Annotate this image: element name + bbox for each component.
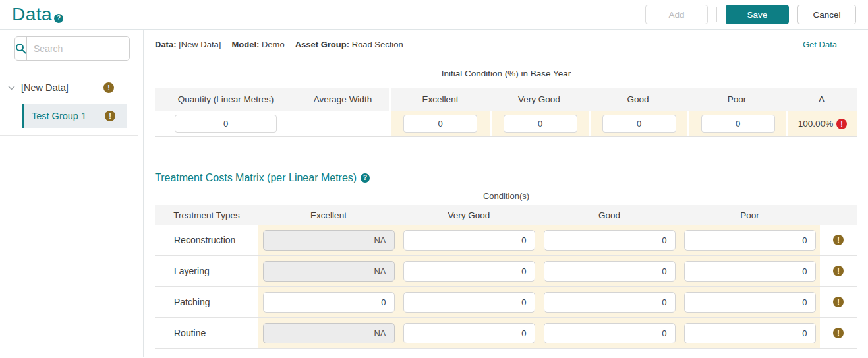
treatment-type-label: Routine — [155, 318, 258, 348]
very-good-input[interactable] — [403, 261, 535, 282]
very-good-cell — [490, 111, 589, 136]
very-good-cell — [399, 318, 539, 348]
initial-condition-table: Quantity (Linear Metres) Average Width E… — [155, 88, 857, 137]
table-row: Layering — [155, 256, 857, 287]
column-header-excellent: Excellent — [258, 205, 399, 225]
warning-icon: ! — [103, 82, 114, 93]
poor-cell — [680, 256, 820, 286]
toolbar: Add Save Cancel — [645, 5, 856, 24]
help-icon[interactable]: ? — [54, 14, 63, 23]
info-asset-group-label: Asset Group: — [295, 40, 349, 49]
column-header-good: Good — [539, 205, 680, 225]
search-box — [14, 36, 130, 61]
delta-cell: 100.00% ! — [786, 111, 857, 136]
very-good-input[interactable] — [504, 115, 577, 133]
treatment-type-label: Reconstruction — [155, 225, 258, 255]
save-button[interactable]: Save — [726, 5, 789, 24]
warning-icon: ! — [833, 235, 844, 245]
tree-item-new-data[interactable]: [New Data] ! — [0, 79, 143, 96]
row-status-cell: ! — [820, 287, 857, 317]
top-bar: Data ? Add Save Cancel — [0, 0, 868, 30]
app-logo: Data ? — [12, 5, 63, 24]
treatment-costs-table: Treatment Types Excellent Very Good Good… — [155, 205, 857, 349]
treatment-costs-title: Treatment Costs Matrix (per Linear Metre… — [155, 172, 357, 184]
excellent-cell — [258, 287, 399, 317]
conditions-subtitle: Condition(s) — [155, 191, 857, 201]
excellent-cell — [258, 256, 399, 286]
very-good-cell — [399, 256, 539, 286]
poor-input[interactable] — [684, 261, 816, 282]
good-input[interactable] — [544, 230, 676, 251]
column-header-excellent: Excellent — [391, 88, 490, 111]
info-model: Model: Demo — [231, 40, 284, 49]
toolbar-divider — [716, 7, 717, 22]
excellent-input[interactable] — [263, 292, 395, 313]
poor-input[interactable] — [701, 115, 775, 133]
treatment-costs-title-row: Treatment Costs Matrix (per Linear Metre… — [155, 172, 857, 184]
column-header-poor: Poor — [687, 88, 786, 111]
excellent-input — [263, 323, 395, 343]
cancel-button[interactable]: Cancel — [797, 5, 856, 24]
treatment-type-label: Patching — [155, 287, 258, 317]
column-header-poor: Poor — [680, 205, 820, 225]
table-row: Patching — [155, 287, 857, 318]
search-input[interactable] — [27, 37, 130, 60]
app-root: Data ? Add Save Cancel — [0, 0, 868, 358]
initial-condition-title: Initial Condition (%) in Base Year — [155, 69, 857, 78]
poor-cell — [680, 225, 820, 255]
info-data-label: Data: — [155, 40, 177, 49]
column-header-status — [820, 205, 857, 225]
help-icon[interactable]: ? — [361, 173, 370, 183]
very-good-input[interactable] — [403, 292, 535, 313]
very-good-input[interactable] — [403, 323, 535, 343]
treatment-type-label: Layering — [155, 256, 258, 286]
warning-icon: ! — [833, 328, 844, 338]
table-row: Reconstruction — [155, 225, 857, 256]
get-data-link[interactable]: Get Data — [803, 40, 837, 49]
info-model-value: Demo — [262, 40, 285, 49]
average-width-cell — [297, 111, 391, 136]
good-input[interactable] — [544, 261, 676, 282]
chevron-down-icon[interactable] — [8, 86, 17, 90]
table-row: Routine ! — [155, 318, 857, 349]
column-header-very-good: Very Good — [399, 205, 539, 225]
excellent-input[interactable] — [403, 115, 477, 133]
info-asset-group-value: Road Section — [352, 40, 403, 49]
good-cell — [539, 287, 680, 317]
warning-icon: ! — [105, 111, 115, 121]
row-status-cell: ! — [820, 256, 857, 286]
excellent-input — [263, 261, 395, 282]
tree-divider — [0, 135, 138, 136]
excellent-cell — [258, 318, 399, 348]
good-input[interactable] — [544, 292, 676, 313]
warning-icon: ! — [833, 266, 844, 276]
excellent-cell — [391, 111, 490, 136]
very-good-input[interactable] — [403, 230, 535, 251]
good-input[interactable] — [544, 323, 676, 343]
good-input[interactable] — [602, 115, 676, 133]
very-good-cell — [399, 287, 539, 317]
table-header-row: Quantity (Linear Metres) Average Width E… — [155, 88, 857, 111]
page-title: Data — [12, 5, 52, 24]
good-cell — [539, 318, 680, 348]
info-bar: Data: [New Data] Model: Demo Asset Group… — [144, 30, 868, 59]
good-cell — [589, 111, 687, 136]
poor-input[interactable] — [684, 230, 816, 251]
poor-input[interactable] — [684, 292, 816, 313]
column-header-delta: Δ — [786, 88, 857, 111]
poor-cell — [687, 111, 786, 136]
table-header-row: Treatment Types Excellent Very Good Good… — [155, 205, 857, 225]
row-status-cell: ! — [820, 225, 857, 255]
quantity-input[interactable] — [175, 115, 277, 133]
tree-item-test-group-1[interactable]: Test Group 1 ! — [22, 104, 127, 128]
poor-cell — [680, 287, 820, 317]
poor-input[interactable] — [684, 323, 816, 343]
add-button[interactable]: Add — [645, 5, 708, 24]
info-data: Data: [New Data] — [155, 40, 221, 49]
delta-value: 100.00% — [798, 119, 833, 129]
quantity-cell — [155, 111, 297, 136]
info-asset-group: Asset Group: Road Section — [295, 40, 403, 49]
info-data-value: [New Data] — [179, 40, 221, 49]
warning-icon: ! — [833, 297, 844, 307]
tree-item-label: [New Data] — [21, 82, 69, 93]
